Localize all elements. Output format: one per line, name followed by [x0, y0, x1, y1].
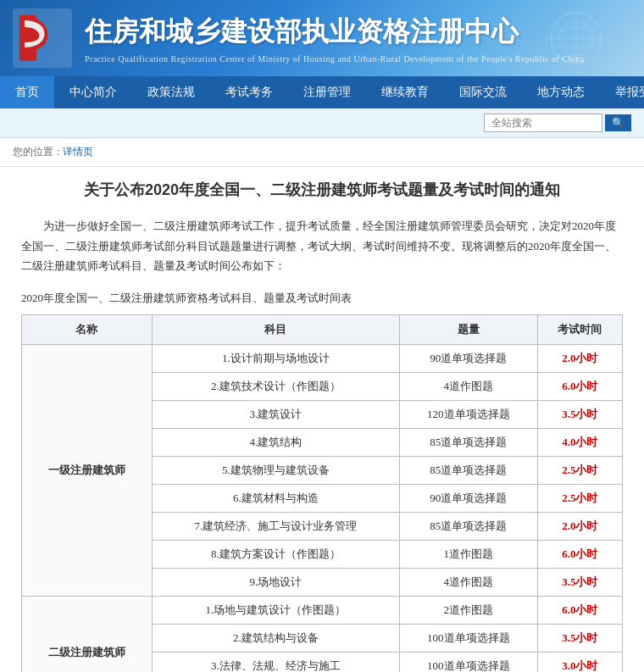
subject-1-3: 3.建筑设计 — [152, 401, 399, 429]
subject-1-9: 9.场地设计 — [152, 569, 399, 597]
time-1-1: 2.0小时 — [537, 345, 622, 373]
nav-policy[interactable]: 政策法规 — [132, 76, 210, 108]
subject-1-4: 4.建筑结构 — [152, 429, 399, 457]
col-header-subject: 科目 — [152, 315, 399, 345]
nav-intro[interactable]: 中心简介 — [54, 76, 132, 108]
category-level1: 一级注册建筑师 — [22, 345, 153, 597]
time-1-7: 2.0小时 — [537, 513, 622, 541]
site-logo — [13, 8, 72, 68]
table-title: 2020年度全国一、二级注册建筑师资格考试科目、题量及考试时间表 — [21, 291, 623, 306]
table-row: 一级注册建筑师 1.设计前期与场地设计 90道单项选择题 2.0小时 — [22, 345, 623, 373]
subject-2-2: 2.建筑结构与设备 — [152, 625, 399, 653]
main-content: 关于公布2020年度全国一、二级注册建筑师考试题量及考试时间的通知 为进一步做好… — [0, 167, 644, 672]
page-title: 关于公布2020年度全国一、二级注册建筑师考试题量及考试时间的通知 — [21, 180, 623, 201]
time-2-2: 3.5小时 — [537, 625, 622, 653]
breadcrumb-prefix: 您的位置 — [13, 145, 53, 159]
nav-education[interactable]: 继续教育 — [366, 76, 444, 108]
main-nav: 首页 中心简介 政策法规 考试考务 注册管理 继续教育 国际交流 地方动态 举报… — [0, 76, 644, 108]
col-header-name: 名称 — [22, 315, 153, 345]
subject-1-5: 5.建筑物理与建筑设备 — [152, 457, 399, 485]
subject-1-8: 8.建筑方案设计（作图题） — [152, 541, 399, 569]
quantity-1-9: 4道作图题 — [399, 569, 537, 597]
subject-1-1: 1.设计前期与场地设计 — [152, 345, 399, 373]
time-1-3: 3.5小时 — [537, 401, 622, 429]
time-1-6: 2.5小时 — [537, 485, 622, 513]
quantity-1-3: 120道单项选择题 — [399, 401, 537, 429]
time-2-1: 6.0小时 — [537, 597, 622, 625]
time-1-2: 6.0小时 — [537, 373, 622, 401]
breadcrumb: 您的位置 : 详情页 — [0, 138, 644, 167]
quantity-2-1: 2道作图题 — [399, 597, 537, 625]
search-bar: 🔍 — [0, 108, 644, 138]
quantity-1-2: 4道作图题 — [399, 373, 537, 401]
subject-1-2: 2.建筑技术设计（作图题） — [152, 373, 399, 401]
nav-exam[interactable]: 考试考务 — [210, 76, 288, 108]
quantity-1-5: 85道单项选择题 — [399, 457, 537, 485]
time-1-5: 2.5小时 — [537, 457, 622, 485]
quantity-2-2: 100道单项选择题 — [399, 625, 537, 653]
subject-1-6: 6.建筑材料与构造 — [152, 485, 399, 513]
nav-home[interactable]: 首页 — [0, 76, 54, 108]
category-level2: 二级注册建筑师 — [22, 597, 153, 672]
col-header-quantity: 题量 — [399, 315, 537, 345]
subject-1-7: 7.建筑经济、施工与设计业务管理 — [152, 513, 399, 541]
nav-report[interactable]: 举报受理 — [600, 76, 644, 108]
nav-local[interactable]: 地方动态 — [522, 76, 600, 108]
table-row: 二级注册建筑师 1.场地与建筑设计（作图题） 2道作图题 6.0小时 — [22, 597, 623, 625]
breadcrumb-sep: : — [57, 146, 59, 158]
quantity-1-8: 1道作图题 — [399, 541, 537, 569]
quantity-1-1: 90道单项选择题 — [399, 345, 537, 373]
header-decoration — [525, 8, 627, 71]
search-input[interactable] — [484, 114, 602, 132]
subject-2-3: 3.法律、法规、经济与施工 — [152, 653, 399, 672]
site-header: 住房和城乡建设部执业资格注册中心 Practice Qualification … — [0, 0, 644, 76]
time-1-8: 6.0小时 — [537, 541, 622, 569]
notice-text: 为进一步做好全国一、二级注册建筑师考试工作，提升考试质量，经全国注册建筑师管理委… — [21, 216, 623, 275]
time-1-4: 4.0小时 — [537, 429, 622, 457]
time-2-3: 3.0小时 — [537, 653, 622, 672]
quantity-1-6: 90道单项选择题 — [399, 485, 537, 513]
quantity-1-4: 85道单项选择题 — [399, 429, 537, 457]
quantity-2-3: 100道单项选择题 — [399, 653, 537, 672]
nav-register[interactable]: 注册管理 — [288, 76, 366, 108]
quantity-1-7: 85道单项选择题 — [399, 513, 537, 541]
exam-table: 名称 科目 题量 考试时间 一级注册建筑师 1.设计前期与场地设计 90道单项选… — [21, 314, 623, 672]
nav-international[interactable]: 国际交流 — [444, 76, 522, 108]
subject-2-1: 1.场地与建筑设计（作图题） — [152, 597, 399, 625]
breadcrumb-link[interactable]: 详情页 — [63, 145, 93, 159]
time-1-9: 3.5小时 — [537, 569, 622, 597]
search-button[interactable]: 🔍 — [605, 114, 631, 131]
col-header-time: 考试时间 — [537, 315, 622, 345]
